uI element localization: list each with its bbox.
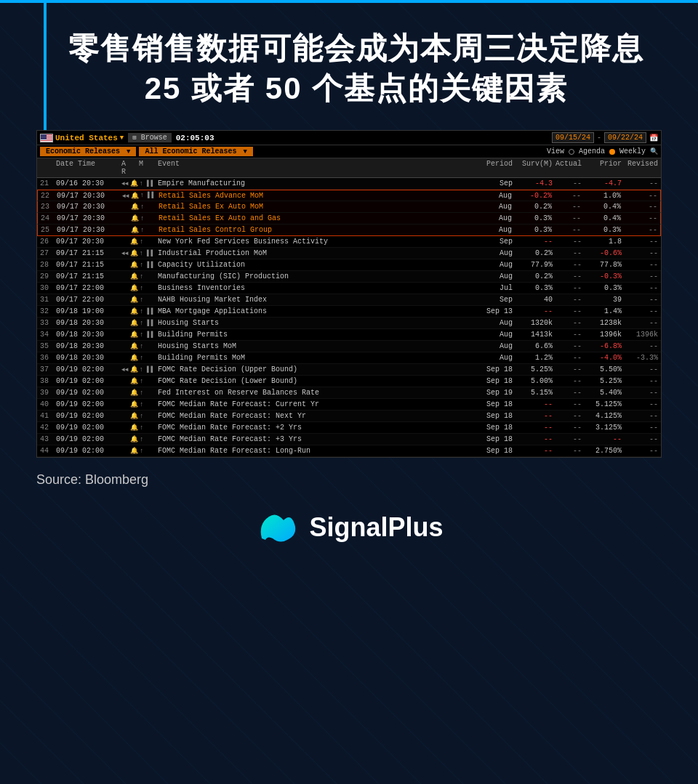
- table-row[interactable]: 32 09/18 19:00 🔔 ↑ ▐▐ MBA Mortgage Appli…: [37, 306, 661, 318]
- row-revised: --: [622, 424, 658, 432]
- tab-economic-releases[interactable]: Economic Releases ▼: [40, 147, 136, 156]
- terminal-header-row1: United States ▼ ⊞ Browse 02:05:03 09/15/…: [37, 131, 661, 145]
- row-surv: 1413k: [513, 331, 553, 339]
- row-number: 42: [40, 424, 56, 432]
- table-row[interactable]: 44 09/19 02:00 🔔 ↑ FOMC Median Rate Fore…: [37, 445, 661, 457]
- row-icons: 🔔 ↑: [122, 214, 159, 222]
- table-row[interactable]: 28 09/17 21:15 🔔 ↑ ▐▐ Capacity Utilizati…: [37, 259, 661, 271]
- arrow-icon: ↑: [140, 227, 144, 234]
- row-datetime: 09/19 02:00: [56, 424, 121, 432]
- us-flag-icon: [40, 134, 53, 142]
- row-prior: 1.0%: [581, 192, 621, 200]
- date-end[interactable]: 09/22/24: [604, 132, 646, 143]
- row-icons: 🔔 ↑: [121, 412, 158, 420]
- table-row[interactable]: 39 09/19 02:00 🔔 ↑ Fed Interest on Reser…: [37, 387, 661, 399]
- bell-icon: 🔔: [131, 214, 139, 222]
- row-revised: --: [621, 214, 657, 222]
- table-row[interactable]: 25 09/17 20:30 🔔 ↑ Retail Sales Control …: [37, 225, 661, 236]
- row-prior: -4.0%: [582, 354, 622, 362]
- row-period: Aug: [476, 249, 513, 257]
- date-range: 09/15/24 - 09/22/24 📅: [552, 132, 658, 143]
- row-number: 37: [40, 365, 56, 373]
- terminal-header-row2: Economic Releases ▼ All Economic Release…: [37, 145, 661, 158]
- col-revised: Revised: [622, 160, 658, 176]
- dropdown-arrow3-icon: ▼: [244, 148, 247, 155]
- row-event: FOMC Rate Decision (Upper Bound): [158, 365, 476, 373]
- table-row[interactable]: 26 09/17 20:30 🔔 ↑ New York Fed Services…: [37, 236, 661, 248]
- tab-all-eco-releases[interactable]: All Economic Releases ▼: [139, 147, 252, 156]
- row-revised: --: [621, 192, 657, 200]
- row-surv: -0.2%: [512, 192, 552, 200]
- table-row[interactable]: 22 09/17 20:30 ◄◄ 🔔 ↑ ▐▐ Retail Sales Ad…: [37, 190, 661, 201]
- row-number: 41: [40, 412, 56, 420]
- table-row[interactable]: 43 09/19 02:00 🔔 ↑ FOMC Median Rate Fore…: [37, 434, 661, 445]
- row-revised: --: [621, 203, 657, 211]
- table-row[interactable]: 41 09/19 02:00 🔔 ↑ FOMC Median Rate Fore…: [37, 411, 661, 422]
- row-prior: 5.25%: [582, 377, 622, 385]
- arrow-icon: ↑: [140, 389, 143, 397]
- row-period: Aug: [476, 226, 512, 234]
- row-icons: 🔔 ↑: [121, 389, 158, 397]
- title-section: 零售销售数据可能会成为本周三决定降息 25 或者 50 个基点的关键因素: [36, 29, 662, 108]
- arrow-icon: ↑: [140, 238, 143, 246]
- volume-icon: ◄◄: [122, 193, 129, 199]
- table-row[interactable]: 27 09/17 21:15 ◄◄ 🔔 ↑ ▐▐ Industrial Prod…: [37, 248, 661, 259]
- arrow-icon: ↑: [140, 250, 143, 257]
- row-number: 39: [40, 389, 56, 397]
- row-number: 44: [40, 447, 56, 455]
- bell-icon: 🔔: [130, 424, 138, 432]
- row-surv: 1.2%: [513, 354, 553, 362]
- browse-button[interactable]: ⊞ Browse: [128, 133, 171, 142]
- row-datetime: 09/19 02:00: [56, 365, 121, 373]
- row-prior: 1396k: [582, 331, 622, 339]
- row-prior: 39: [582, 296, 622, 304]
- table-row[interactable]: 33 09/18 20:30 🔔 ↑ ▐▐ Housing Starts Aug…: [37, 318, 661, 329]
- row-revised: --: [622, 296, 658, 304]
- row-surv: 5.15%: [513, 389, 553, 397]
- row-period: Sep 18: [476, 400, 513, 408]
- table-row[interactable]: 36 09/18 20:30 🔔 ↑ Building Permits MoM …: [37, 352, 661, 364]
- row-number: 22: [41, 192, 57, 200]
- table-row[interactable]: 38 09/19 02:00 🔔 ↑ FOMC Rate Decision (L…: [37, 376, 661, 387]
- table-row[interactable]: 24 09/17 20:30 🔔 ↑ Retail Sales Ex Auto …: [37, 213, 661, 225]
- table-row[interactable]: 35 09/18 20:30 🔔 ↑ Housing Starts MoM Au…: [37, 341, 661, 352]
- bell-icon: 🔔: [130, 389, 138, 397]
- row-prior: -0.3%: [582, 272, 622, 280]
- table-row[interactable]: 34 09/18 20:30 🔔 ↑ ▐▐ Building Permits A…: [37, 329, 661, 341]
- row-actual: --: [553, 389, 582, 397]
- agenda-radio[interactable]: [609, 149, 615, 155]
- calendar-icon[interactable]: 📅: [649, 134, 658, 142]
- volume-icon: ◄◄: [121, 250, 129, 256]
- date-start[interactable]: 09/15/24: [552, 132, 594, 143]
- table-row[interactable]: 40 09/19 02:00 🔔 ↑ FOMC Median Rate Fore…: [37, 399, 661, 411]
- row-period: Aug: [476, 192, 512, 200]
- row-prior: 0.4%: [581, 214, 621, 222]
- row-actual: --: [553, 307, 582, 315]
- row-icons: ◄◄ 🔔 ↑ ▐▐: [122, 192, 159, 200]
- country-selector[interactable]: United States ▼: [40, 134, 124, 142]
- table-row[interactable]: 37 09/19 02:00 ◄◄ 🔔 ↑ ▐▐ FOMC Rate Decis…: [37, 364, 661, 376]
- row-icons: ◄◄ 🔔 ↑ ▐▐: [121, 249, 158, 257]
- view-radio[interactable]: [569, 149, 574, 155]
- row-surv: 1320k: [513, 319, 553, 327]
- column-headers: Date Time A M R Event Period Surv(M) Act…: [37, 158, 661, 178]
- col-icons: A M R: [121, 160, 158, 176]
- table-row[interactable]: 21 09/16 20:30 ◄◄ 🔔 ↑ ▐▐ Empire Manufact…: [37, 178, 661, 190]
- table-row[interactable]: 29 09/17 21:15 🔔 ↑ Manufacturing (SIC) P…: [37, 271, 661, 283]
- row-datetime: 09/19 02:00: [56, 412, 121, 420]
- table-row[interactable]: 23 09/17 20:30 🔔 ↑ Retail Sales Ex Auto …: [37, 201, 661, 213]
- row-event: Fed Interest on Reserve Balances Rate: [158, 389, 476, 397]
- dropdown-arrow2-icon: ▼: [127, 148, 130, 155]
- row-number: 34: [40, 331, 56, 339]
- row-actual: --: [553, 447, 582, 455]
- row-icons: 🔔 ↑: [121, 284, 158, 292]
- row-actual: --: [553, 424, 582, 432]
- table-row[interactable]: 31 09/17 22:00 🔔 ↑ NAHB Housing Market I…: [37, 294, 661, 306]
- row-number: 43: [40, 435, 56, 443]
- table-row[interactable]: 30 09/17 22:00 🔔 ↑ Business Inventories …: [37, 283, 661, 294]
- col-prior: Prior: [582, 160, 622, 176]
- row-datetime: 09/18 19:00: [56, 307, 121, 315]
- row-actual: --: [553, 412, 582, 420]
- row-actual: --: [553, 331, 582, 339]
- table-row[interactable]: 42 09/19 02:00 🔔 ↑ FOMC Median Rate Fore…: [37, 422, 661, 434]
